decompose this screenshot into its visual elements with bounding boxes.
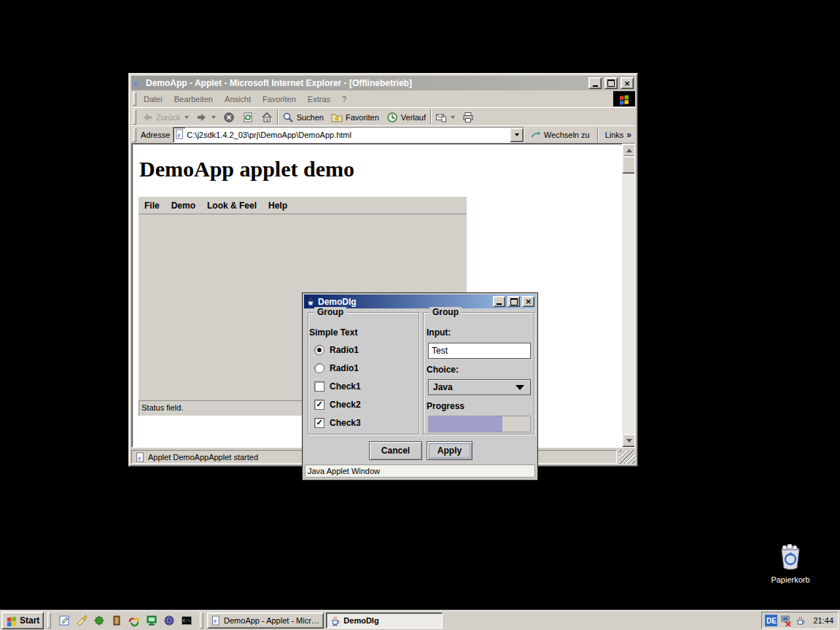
checkbox-check1[interactable]: Check1 [314, 381, 361, 392]
input-field[interactable] [429, 343, 530, 358]
refresh-icon [242, 112, 254, 123]
address-grip[interactable] [133, 128, 136, 142]
chevron-down-icon [516, 385, 524, 390]
windows-flag-icon [618, 93, 630, 105]
applet-menu-file[interactable]: File [139, 201, 166, 211]
ie-window-title: DemoApp - Applet - Microsoft Internet Ex… [146, 78, 586, 88]
menu-bearbeiten[interactable]: Bearbeiten [168, 93, 219, 105]
menu-extras[interactable]: Extras [302, 93, 336, 105]
scrollbar-track[interactable] [622, 155, 634, 435]
close-icon: × [623, 79, 630, 88]
ie-close-button[interactable]: × [621, 77, 634, 89]
taskbar-grip[interactable] [200, 612, 203, 629]
history-button[interactable]: Verlauf [383, 109, 429, 125]
home-icon [261, 112, 273, 123]
maximize-icon [510, 298, 518, 306]
start-button[interactable]: Start [1, 612, 44, 629]
progress-bar [428, 416, 531, 432]
page-ie-icon: e [174, 129, 184, 139]
scroll-up-button[interactable] [622, 144, 635, 157]
ie-maximize-button[interactable] [604, 77, 618, 89]
svg-text:e: e [138, 454, 141, 461]
menu-hilfe[interactable]: ? [336, 93, 352, 105]
page-pen-icon[interactable] [57, 613, 71, 628]
resize-grip[interactable] [619, 450, 635, 464]
applet-menu-help[interactable]: Help [262, 201, 293, 211]
green-ball-icon[interactable] [92, 613, 106, 628]
choice-dropdown[interactable]: Java [428, 379, 531, 395]
dialog-maximize-button[interactable] [508, 296, 520, 307]
menu-grip[interactable] [133, 92, 136, 106]
toolbar-separator [430, 109, 431, 125]
links-button[interactable]: Links » [602, 127, 635, 143]
checkbox-unchecked-icon[interactable] [314, 381, 324, 392]
svg-text:C:\: C:\ [183, 618, 190, 623]
radio-option-2[interactable]: Radio1 [314, 363, 359, 373]
applet-menu-demo[interactable]: Demo [166, 201, 201, 211]
address-input[interactable] [185, 128, 509, 142]
clock[interactable]: 21:44 [809, 616, 833, 625]
task-button-demodlg[interactable]: DemoDlg [326, 612, 443, 629]
radio-selected-icon[interactable] [314, 345, 324, 355]
windows-flag-icon [6, 615, 18, 626]
go-button[interactable]: Wechseln zu [527, 127, 594, 143]
scrollbar-thumb[interactable] [622, 156, 635, 174]
address-dropdown-button[interactable] [510, 128, 524, 142]
refresh-button[interactable] [238, 109, 257, 125]
color-swirl-icon[interactable] [127, 613, 141, 628]
radio-option-1[interactable]: Radio1 [314, 345, 359, 355]
toolbar-grip[interactable] [133, 109, 136, 125]
page-heading: DemoApp applet demo [139, 157, 634, 182]
recycle-bin[interactable]: Papierkorb [763, 544, 818, 584]
java-tray-icon[interactable] [795, 615, 806, 626]
home-button[interactable] [257, 109, 276, 125]
dialog-title: DemoDlg [318, 297, 491, 307]
menu-datei[interactable]: Datei [138, 93, 168, 105]
menu-favoriten[interactable]: Favoriten [257, 93, 302, 105]
keyboard-layout-indicator[interactable]: DE [765, 615, 777, 626]
applet-menu-lookfeel[interactable]: Look & Feel [201, 201, 262, 211]
choice-value: Java [433, 382, 453, 392]
search-button[interactable]: Suchen [279, 109, 327, 125]
scroll-down-button[interactable] [622, 434, 635, 447]
mail-dropdown-icon[interactable] [451, 116, 455, 119]
java-cup-icon [330, 615, 341, 626]
group-left-title: Group [314, 307, 346, 317]
cancel-button[interactable]: Cancel [369, 441, 422, 460]
dos-prompt-icon[interactable]: C:\ [179, 613, 194, 628]
checkbox-checked-icon[interactable] [314, 418, 324, 428]
vertical-scrollbar[interactable] [622, 144, 634, 447]
address-separator [597, 128, 598, 142]
applet-menu-bar: File Demo Look & Feel Help [139, 197, 467, 214]
search-icon [282, 112, 294, 123]
print-button[interactable] [459, 109, 478, 125]
dialog-minimize-button[interactable] [493, 296, 505, 307]
back-button[interactable]: Zurück [138, 109, 192, 125]
book-icon[interactable] [109, 613, 124, 628]
radio-unselected-icon[interactable] [314, 363, 324, 373]
back-dropdown-icon[interactable] [184, 116, 189, 119]
network-offline-icon[interactable] [780, 615, 792, 626]
stop-button[interactable] [219, 109, 238, 125]
demodlg-dialog: DemoDlg × Group Simple Text Radio1 Radio… [303, 293, 537, 480]
ie-title-bar[interactable]: e DemoApp - Applet - Microsoft Internet … [131, 76, 635, 90]
favorites-button[interactable]: Favoriten [327, 109, 383, 125]
ie-minimize-button[interactable] [588, 77, 602, 89]
taskbar-grip[interactable] [47, 612, 51, 629]
checkbox-check2[interactable]: Check2 [314, 400, 361, 410]
recycle-bin-icon [778, 544, 803, 570]
forward-dropdown-icon[interactable] [211, 116, 216, 119]
ie-address-bar: Adresse e Wechseln zu Links » [131, 125, 635, 144]
hand-pen-icon[interactable] [74, 613, 89, 628]
checkbox-checked-icon[interactable] [314, 400, 324, 410]
checkbox-check3[interactable]: Check3 [314, 418, 361, 428]
purple-globe-icon[interactable] [162, 613, 176, 628]
menu-ansicht[interactable]: Ansicht [219, 93, 257, 105]
apply-button[interactable]: Apply [427, 441, 472, 460]
mail-icon [435, 112, 447, 123]
green-monitor-icon[interactable] [144, 613, 159, 628]
task-button-ie[interactable]: e DemoApp - Applet - Micro... [207, 612, 324, 629]
forward-button[interactable] [192, 109, 219, 125]
dialog-close-button[interactable]: × [522, 296, 534, 307]
mail-button[interactable] [432, 109, 459, 125]
